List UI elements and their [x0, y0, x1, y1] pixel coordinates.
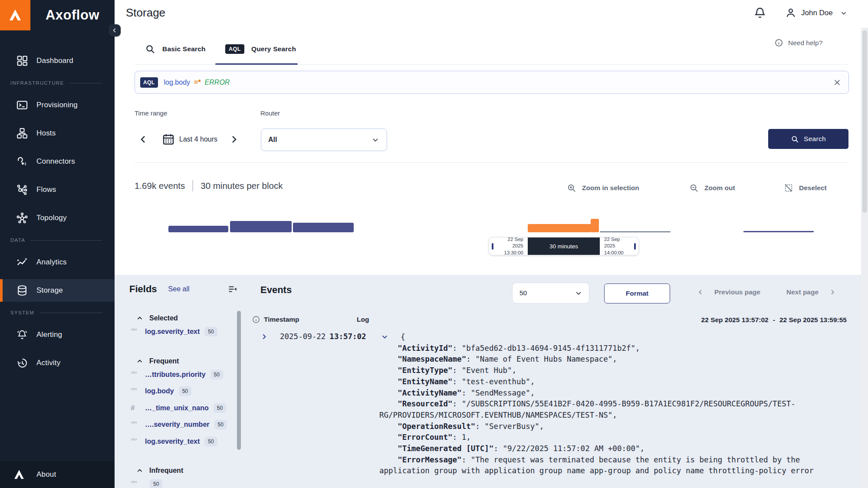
- next-page-button[interactable]: Next page: [786, 288, 836, 296]
- json-line: "EntityName": "test-eventhub",: [379, 376, 826, 388]
- zoom-out-icon: [689, 183, 699, 193]
- selection-left-handle[interactable]: [489, 237, 496, 255]
- calendar-icon[interactable]: [162, 133, 175, 146]
- zoom-out-button[interactable]: Zoom out: [689, 182, 735, 194]
- page-size-select[interactable]: 50: [512, 283, 589, 303]
- field-name: log.severity_text: [145, 328, 200, 336]
- field-name: …_time_unix_nano: [145, 404, 209, 412]
- summary-divider: [192, 180, 193, 191]
- search-icon: [791, 135, 799, 143]
- field-count-badge: 50: [210, 370, 223, 379]
- time-range-label: Time range: [135, 109, 167, 117]
- time-prev-icon[interactable]: [138, 134, 148, 145]
- log-row-time: 13:57:02: [329, 332, 366, 341]
- timestamp-info-icon[interactable]: [252, 315, 260, 324]
- selection-end-label: 22 Sep 2025 14:00:00: [600, 237, 631, 255]
- field-item[interactable]: ””log.severity_text50: [125, 323, 242, 340]
- deselect-button[interactable]: Deselect: [784, 182, 827, 194]
- notifications-bell-icon[interactable]: [753, 7, 766, 20]
- field-item[interactable]: #…_time_unix_nano50: [125, 400, 242, 417]
- selection-duration[interactable]: 30 minutes: [528, 237, 600, 255]
- sidebar-item-connectors[interactable]: Connectors: [0, 150, 115, 173]
- chevron-up-icon: [135, 466, 144, 475]
- column-header-log[interactable]: Log: [357, 316, 369, 323]
- json-line: {: [379, 332, 826, 343]
- hosts-icon: [16, 128, 28, 139]
- field-item[interactable]: ””50: [125, 476, 242, 488]
- field-item[interactable]: ””log.body50: [125, 383, 242, 400]
- zoom-in-selection-button[interactable]: Zoom in selection: [567, 182, 639, 194]
- time-range-control: Last 4 hours: [138, 129, 239, 150]
- need-help-label: Need help?: [788, 39, 822, 47]
- json-line: "OperationResult": "ServerBusy",: [379, 421, 826, 432]
- histogram-bar-selected[interactable]: [591, 219, 599, 232]
- chevron-up-icon: [135, 314, 144, 323]
- sidebar-item-activity[interactable]: Activity: [0, 352, 115, 374]
- fields-section-infrequent[interactable]: Infrequent: [125, 465, 242, 476]
- brand-name: Axoflow: [30, 0, 115, 30]
- time-selection-pill[interactable]: 22 Sep 2025 13:30:00 30 minutes 22 Sep 2…: [489, 237, 639, 255]
- axoflow-logo-icon[interactable]: [0, 0, 30, 30]
- selection-right-handle[interactable]: [631, 237, 638, 255]
- string-field-icon: ””: [131, 480, 141, 488]
- histogram-bar[interactable]: [230, 221, 292, 232]
- tab-query-search[interactable]: AQL Query Search: [225, 42, 296, 56]
- sidebar-item-label: Connectors: [36, 157, 75, 166]
- router-select[interactable]: All: [261, 129, 387, 151]
- time-next-icon[interactable]: [229, 134, 239, 145]
- see-all-link[interactable]: See all: [168, 285, 190, 293]
- sidebar-item-about[interactable]: About: [0, 461, 115, 488]
- collapse-fields-icon[interactable]: [227, 284, 238, 294]
- query-input[interactable]: AQL log.body =* ERROR: [135, 71, 849, 94]
- field-item[interactable]: ””…ttributes.priority50: [125, 366, 242, 383]
- page-scrollbar[interactable]: [861, 28, 868, 488]
- log-row-date: 2025-09-22: [280, 332, 326, 341]
- clear-query-icon[interactable]: [833, 78, 842, 87]
- sidebar-item-provisioning[interactable]: Provisioning: [0, 94, 115, 116]
- string-field-icon: ””: [131, 437, 141, 446]
- sidebar-item-dashboard[interactable]: Dashboard: [0, 49, 115, 72]
- histogram-bar[interactable]: [600, 231, 671, 233]
- sidebar-item-flows[interactable]: Flows: [0, 178, 115, 201]
- search-button[interactable]: Search: [768, 129, 848, 149]
- next-page-label: Next page: [786, 288, 819, 296]
- events-histogram[interactable]: 22 Sep 2025 13:30:00 30 minutes 22 Sep 2…: [135, 193, 849, 258]
- column-header-timestamp[interactable]: Timestamp: [264, 316, 299, 323]
- tab-basic-search[interactable]: Basic Search: [145, 42, 206, 56]
- histogram-bar[interactable]: [743, 231, 814, 232]
- sidebar-item-topology[interactable]: Topology: [0, 207, 115, 229]
- zoom-out-label: Zoom out: [704, 184, 735, 192]
- field-item[interactable]: ””….severity_number50: [125, 416, 242, 433]
- sidebar-collapse-button[interactable]: [108, 24, 121, 36]
- expand-row-icon[interactable]: [260, 333, 268, 340]
- sidebar-item-label: Flows: [36, 185, 56, 194]
- sidebar-item-alerting[interactable]: Alerting: [0, 323, 115, 346]
- zoom-in-label: Zoom in selection: [582, 184, 639, 192]
- fields-section-selected[interactable]: Selected: [125, 313, 242, 323]
- about-label: About: [36, 470, 56, 479]
- user-menu[interactable]: John Doe: [785, 6, 848, 20]
- previous-page-button[interactable]: Previous page: [697, 288, 760, 296]
- time-range-value[interactable]: Last 4 hours: [179, 135, 217, 143]
- fields-header: Fields See all: [125, 275, 242, 297]
- history-icon: [16, 357, 28, 369]
- log-json-content: { "ActivityId": "bfa5ed62-db13-4694-9145…: [379, 332, 826, 477]
- need-help-link[interactable]: Need help?: [774, 38, 822, 47]
- sidebar-item-analytics[interactable]: Analytics: [0, 251, 115, 274]
- fields-title: Fields: [129, 284, 157, 295]
- aql-badge: AQL: [225, 44, 244, 54]
- histogram-bar[interactable]: [293, 223, 354, 232]
- json-line: application group with application group…: [379, 465, 826, 477]
- terminal-icon: [16, 99, 28, 111]
- format-button[interactable]: Format: [604, 284, 670, 303]
- histogram-bar-selected[interactable]: [528, 224, 591, 232]
- field-item[interactable]: ””log.severity_text50: [125, 433, 242, 450]
- fields-scrollbar[interactable]: [237, 311, 241, 450]
- scrollbar-thumb[interactable]: [862, 30, 867, 213]
- histogram-bar[interactable]: [168, 226, 228, 232]
- chevron-down-icon: [840, 9, 848, 17]
- fields-section-frequent[interactable]: Frequent: [125, 356, 242, 366]
- sidebar-item-hosts[interactable]: Hosts: [0, 122, 115, 145]
- app-root: Axoflow DashboardINFRASTRUCTUREProvision…: [0, 0, 868, 488]
- sidebar-item-storage[interactable]: Storage: [0, 279, 115, 302]
